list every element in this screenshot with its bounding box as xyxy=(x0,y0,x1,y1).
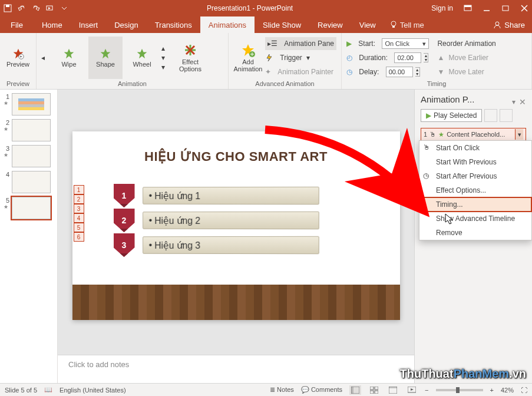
gallery-down[interactable]: ▾ xyxy=(161,54,171,62)
redo-icon[interactable] xyxy=(32,4,40,12)
tab-home[interactable]: Home xyxy=(34,16,71,33)
preview-button[interactable]: Preview xyxy=(5,37,31,79)
notes-toggle[interactable]: ≣ Notes xyxy=(270,386,294,394)
thumb-5[interactable]: 5★ xyxy=(4,197,57,219)
move-later-button[interactable]: ▼ Move Later xyxy=(437,65,495,78)
apane-title: Animation P... xyxy=(421,94,474,104)
move-up-button[interactable] xyxy=(484,109,497,122)
anim-shape[interactable]: Shape xyxy=(88,37,123,79)
move-down-button[interactable] xyxy=(500,109,513,122)
thumb-2[interactable]: 2★ xyxy=(4,119,57,141)
anim-wipe[interactable]: Wipe xyxy=(52,37,86,79)
zoom-level[interactable]: 42% xyxy=(501,387,514,394)
thumb-1[interactable]: 1★ xyxy=(4,93,57,116)
tab-insert[interactable]: Insert xyxy=(71,16,107,33)
qat-more-icon[interactable] xyxy=(60,4,68,12)
play-selected-button[interactable]: ▶Play Selected xyxy=(421,109,482,122)
slideshow-view-icon[interactable] xyxy=(406,385,418,395)
start-play-icon: ▶ xyxy=(346,39,352,48)
save-icon[interactable] xyxy=(4,4,12,12)
language-indicator[interactable]: English (United States) xyxy=(60,387,126,394)
spell-check-icon[interactable]: 📖 xyxy=(44,386,52,394)
undo-icon[interactable] xyxy=(18,4,26,12)
svg-rect-20 xyxy=(375,387,378,390)
apane-close-icon[interactable]: ✕ xyxy=(519,97,526,107)
ribbon-tabs: File Home Insert Design Transitions Anim… xyxy=(0,16,532,33)
add-animation-button[interactable]: Add Animation xyxy=(233,37,263,79)
ctx-start-on-click[interactable]: 🖱Start On Click xyxy=(419,141,531,155)
gallery-prev[interactable]: ◂ xyxy=(41,54,49,62)
svg-marker-13 xyxy=(101,49,111,59)
tab-view[interactable]: View xyxy=(351,16,384,33)
group-timing: Timing xyxy=(346,80,527,89)
tab-file[interactable]: File xyxy=(0,16,34,33)
svg-rect-22 xyxy=(375,391,378,394)
entry-dropdown[interactable]: ▾ xyxy=(515,129,523,140)
start-dropdown[interactable]: On Click▾ xyxy=(382,38,429,49)
trigger-button[interactable]: Trigger ▾ xyxy=(265,51,336,64)
apane-options-icon[interactable]: ▾ xyxy=(512,98,516,106)
sorter-view-icon[interactable] xyxy=(368,385,380,395)
window-title: Presentation1 - PowerPoint xyxy=(68,4,431,12)
slide-canvas[interactable]: HIỆU ỨNG CHO SMART ART 1 2 3 4 5 6 1• Hi… xyxy=(72,131,400,320)
reading-view-icon[interactable] xyxy=(387,385,399,395)
svg-rect-6 xyxy=(503,6,508,11)
thumb-3[interactable]: 3★ xyxy=(4,145,57,167)
slide-thumbnails: 1★ 2★ 3★ 4 5★ xyxy=(0,90,58,383)
move-earlier-button[interactable]: ▲ Move Earlier xyxy=(437,51,495,64)
group-preview: Preview xyxy=(5,80,31,89)
animation-entry[interactable]: 1 🖱 ★ Content Placehold... ▾ xyxy=(421,128,526,141)
tab-review[interactable]: Review xyxy=(309,16,351,33)
share-button[interactable]: Share xyxy=(486,16,532,33)
animation-painter-button[interactable]: ✦ Animation Painter xyxy=(265,65,336,78)
status-bar: Slide 5 of 5 📖 English (United States) ≣… xyxy=(0,383,532,396)
share-icon xyxy=(493,21,501,29)
gallery-up[interactable]: ▴ xyxy=(161,44,171,52)
svg-rect-8 xyxy=(392,26,395,28)
svg-rect-4 xyxy=(464,5,471,7)
svg-point-9 xyxy=(495,22,499,25)
tell-me[interactable]: Tell me xyxy=(384,16,430,33)
slide-indicator[interactable]: Slide 5 of 5 xyxy=(5,387,37,394)
trigger-icon xyxy=(265,54,273,62)
context-menu: 🖱Start On Click Start With Previous ◷Sta… xyxy=(419,140,532,240)
wood-floor xyxy=(72,285,400,320)
ctx-start-after[interactable]: ◷Start After Previous xyxy=(419,169,531,183)
delay-input[interactable]: 00.00 xyxy=(386,67,413,77)
gallery-more[interactable]: ▾ xyxy=(161,63,171,71)
zoom-slider[interactable] xyxy=(436,389,483,391)
svg-rect-1 xyxy=(6,5,9,7)
tab-transitions[interactable]: Transitions xyxy=(147,16,200,33)
effect-options-button[interactable]: Effect Options xyxy=(173,37,207,79)
anim-wheel[interactable]: Wheel xyxy=(125,37,159,79)
zoom-in[interactable]: + xyxy=(490,387,494,394)
animation-pane-button[interactable]: ▸☰ Animation Pane xyxy=(265,37,336,50)
tab-animations[interactable]: Animations xyxy=(200,16,255,33)
ctx-remove[interactable]: Remove xyxy=(419,226,531,240)
zoom-out[interactable]: − xyxy=(425,387,428,394)
maximize-icon[interactable] xyxy=(501,4,510,12)
notes-pane[interactable]: Click to add notes xyxy=(58,355,414,383)
svg-rect-24 xyxy=(389,387,397,388)
ctx-start-with[interactable]: Start With Previous xyxy=(419,155,531,169)
start-from-beginning-icon[interactable] xyxy=(46,4,54,12)
svg-rect-19 xyxy=(370,387,374,390)
ctx-advanced-timeline[interactable]: Show Advanced Timeline xyxy=(419,212,531,226)
svg-marker-12 xyxy=(64,49,74,59)
duration-input[interactable]: 02.00 xyxy=(394,52,421,63)
slide-title: HIỆU ỨNG CHO SMART ART xyxy=(72,149,400,164)
ctx-effect-options[interactable]: Effect Options... xyxy=(419,183,531,197)
ctx-timing[interactable]: Timing... xyxy=(419,197,531,212)
comments-toggle[interactable]: 💬 Comments xyxy=(301,386,342,394)
fit-to-window-icon[interactable]: ⛶ xyxy=(521,387,527,394)
normal-view-icon[interactable] xyxy=(349,385,361,395)
smartart[interactable]: 1 2 3 4 5 6 1• Hiệu ứng 1 2• Hiệu ứng 2 … xyxy=(114,183,318,258)
minimize-icon[interactable] xyxy=(483,4,491,12)
thumb-4[interactable]: 4 xyxy=(4,171,57,193)
tab-slideshow[interactable]: Slide Show xyxy=(255,16,309,33)
ribbon-display-icon[interactable] xyxy=(464,4,472,12)
sign-in-link[interactable]: Sign in xyxy=(431,4,453,12)
delay-icon: ◷ xyxy=(346,68,352,76)
close-icon[interactable] xyxy=(520,4,528,12)
tab-design[interactable]: Design xyxy=(106,16,146,33)
